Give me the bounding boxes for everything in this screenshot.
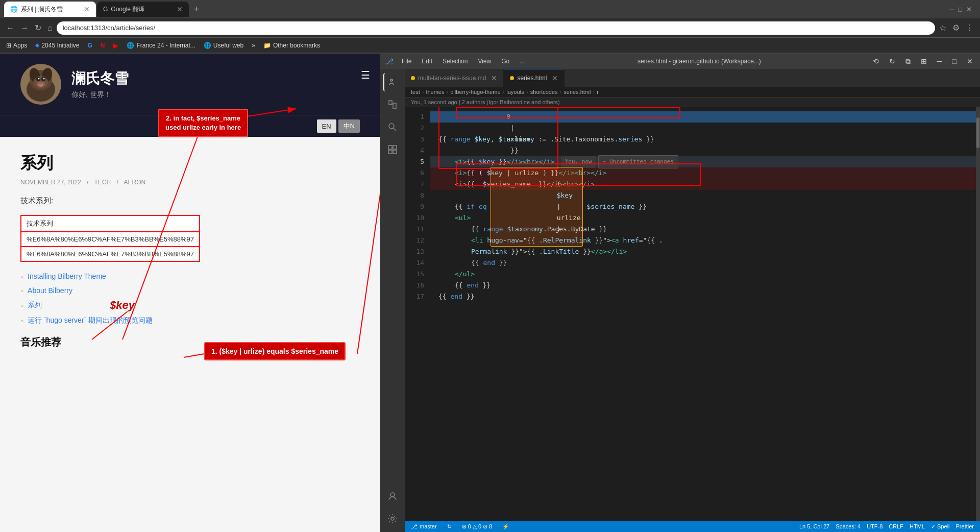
- vscode-menu: File Edit Selection View Go ...: [398, 57, 529, 66]
- editor-scrollbar[interactable]: [976, 107, 980, 521]
- status-spaces[interactable]: Spaces: 4: [834, 523, 863, 530]
- tab-series-html[interactable]: series.html ✕: [504, 69, 565, 87]
- status-language[interactable]: HTML: [908, 523, 927, 530]
- vscode-titlebar: ⎇ File Edit Selection View Go ... series…: [380, 54, 980, 69]
- breadcrumb-layouts[interactable]: layouts: [506, 89, 524, 95]
- vscode-win-split[interactable]: ⧉: [902, 56, 914, 67]
- bookmark-usefulweb[interactable]: 🌐 Useful web: [202, 41, 246, 50]
- list-item[interactable]: ○ Installing Bilberry Theme: [20, 272, 360, 280]
- link-text-3: 系列: [28, 301, 42, 310]
- branch-name: master: [420, 523, 437, 529]
- tab-multi-lan[interactable]: multi-lan-series-issue.md ✕: [405, 69, 504, 87]
- forward-button[interactable]: →: [18, 21, 31, 35]
- menu-more[interactable]: ...: [516, 57, 529, 66]
- activity-bar: [380, 69, 405, 532]
- menu-selection[interactable]: Selection: [438, 57, 472, 66]
- bookmark-apps[interactable]: ⊞ Apps: [4, 41, 29, 50]
- menu-edit[interactable]: Edit: [418, 57, 436, 66]
- breadcrumb-test[interactable]: test: [411, 89, 420, 95]
- menu-button[interactable]: ⋮: [964, 21, 976, 35]
- activity-settings[interactable]: [383, 510, 402, 528]
- status-errors[interactable]: ⊗ 0 △ 0 ⊘ 8: [460, 523, 495, 530]
- back-button[interactable]: ←: [4, 21, 16, 35]
- vscode-win-layout[interactable]: ⊞: [918, 56, 930, 67]
- list-item[interactable]: ○ 系列: [20, 301, 360, 310]
- scrollbar-thumb[interactable]: [976, 117, 979, 148]
- extensions-button[interactable]: ⚙: [950, 21, 962, 35]
- line-num-10: 10: [405, 212, 430, 224]
- breadcrumb-sep4: ›: [526, 89, 528, 95]
- activity-account[interactable]: [383, 487, 402, 505]
- callout-box-2: 1. ($key | urlize) equals $series_name: [204, 342, 346, 360]
- debug-box-1: 技术系列: [20, 215, 200, 232]
- breadcrumb-shortcodes[interactable]: shortcodes: [530, 89, 558, 95]
- status-branch[interactable]: ⎇ master: [409, 523, 439, 530]
- vscode-win-sync[interactable]: ↻: [886, 56, 898, 67]
- vscode-win-history[interactable]: ⟲: [870, 56, 882, 67]
- bookmark-other[interactable]: 📁 Other bookmarks: [261, 41, 322, 50]
- code-line-14: </ul>: [430, 269, 976, 280]
- status-encoding[interactable]: UTF-8: [865, 523, 885, 530]
- bookmark-france24[interactable]: 🌐 France 24 - Internat...: [125, 41, 197, 50]
- activity-search[interactable]: [383, 118, 402, 136]
- tab-close-button[interactable]: ✕: [84, 5, 90, 13]
- vscode-win-minimize[interactable]: ─: [934, 56, 945, 67]
- new-tab-button[interactable]: +: [190, 4, 204, 15]
- menu-view[interactable]: View: [474, 57, 495, 66]
- breadcrumb-series-html[interactable]: series.html: [564, 89, 591, 95]
- tab-translate[interactable]: G Google 翻译 ✕: [97, 2, 189, 17]
- bookmark-yt[interactable]: ▶: [111, 40, 120, 51]
- tab-series[interactable]: 🌐 系列 | 澜氏冬雪 ✕: [4, 2, 96, 17]
- browser-chrome: 🌐 系列 | 澜氏冬雪 ✕ G Google 翻译 ✕ + ─ □ ✕ ← → …: [0, 0, 980, 54]
- bookmark-button[interactable]: ☆: [937, 21, 948, 35]
- line-numbers: 1 2 3 4 5 6 7 8 9 10 11 12 13 14: [405, 107, 430, 521]
- status-spell[interactable]: ✓ Spell: [929, 523, 952, 530]
- status-prettier[interactable]: Prettier: [954, 523, 976, 530]
- code-line-3: {{ range $key , $taxonomy := .Site.Taxon…: [430, 134, 976, 145]
- settings-icon: [387, 514, 398, 524]
- tab-close-multi[interactable]: ✕: [491, 74, 497, 82]
- address-bar[interactable]: localhost:1313/cn/article/series/: [57, 21, 935, 35]
- code-content[interactable]: {{ $series_name := .Get 0 | urlize }}: [430, 107, 976, 521]
- vscode-win-maximize[interactable]: □: [949, 56, 960, 67]
- activity-explorer[interactable]: [383, 95, 402, 114]
- tab-close-translate[interactable]: ✕: [177, 5, 183, 13]
- menu-icon[interactable]: ☰: [361, 69, 370, 81]
- bookmark-netflix[interactable]: N: [99, 41, 107, 50]
- menu-file[interactable]: File: [398, 57, 415, 66]
- window-close[interactable]: ✕: [966, 6, 972, 13]
- activity-extensions[interactable]: [383, 140, 402, 159]
- list-item[interactable]: ○ About Bilberry: [20, 286, 360, 295]
- window-minimize[interactable]: ─: [949, 6, 954, 13]
- breadcrumb-themes[interactable]: themes: [426, 89, 444, 95]
- bookmark-more[interactable]: »: [250, 41, 257, 50]
- breadcrumb-i[interactable]: i: [597, 89, 598, 95]
- menu-go[interactable]: Go: [497, 57, 513, 66]
- git-blame-bar: You, 1 second ago | 2 authors (Igor Baib…: [405, 98, 980, 107]
- status-ln-col[interactable]: Ln 5, Col 27: [797, 523, 831, 530]
- tab-close-series[interactable]: ✕: [552, 74, 558, 82]
- line-ending-text: CRLF: [889, 523, 903, 529]
- lang-en-button[interactable]: EN: [317, 119, 336, 133]
- editor-area: multi-lan-series-issue.md ✕ series.html …: [405, 69, 980, 532]
- site-subtitle: 你好, 世界！: [71, 90, 129, 100]
- home-button[interactable]: ⌂: [45, 21, 55, 35]
- line-num-2: 2: [405, 123, 430, 134]
- code-line-1: {{ $series_name := .Get 0 | urlize }}: [430, 111, 976, 123]
- list-item[interactable]: ○ 运行 `hugo server` 期间出现的预览问题: [20, 316, 360, 325]
- activity-source-control[interactable]: [383, 73, 402, 91]
- bookmark-google[interactable]: G: [85, 41, 94, 50]
- svg-rect-18: [393, 103, 396, 109]
- meta-sep1: /: [87, 179, 88, 186]
- status-line-ending[interactable]: CRLF: [887, 523, 905, 530]
- status-sync[interactable]: ↻: [445, 523, 454, 530]
- code-editor[interactable]: 1 2 3 4 5 6 7 8 9 10 11 12 13 14: [405, 107, 980, 521]
- status-lightning[interactable]: ⚡: [500, 523, 511, 530]
- window-restore[interactable]: □: [958, 6, 962, 13]
- refresh-button[interactable]: ↻: [33, 21, 43, 35]
- vscode-win-close[interactable]: ✕: [964, 56, 976, 67]
- bookmark-2045[interactable]: ◆ 2045 Initiative: [33, 41, 81, 50]
- google-icon: G: [87, 42, 92, 49]
- breadcrumb-bilberry[interactable]: bilberry-hugo-theme: [450, 89, 500, 95]
- lang-cn-button[interactable]: 中N: [338, 119, 360, 133]
